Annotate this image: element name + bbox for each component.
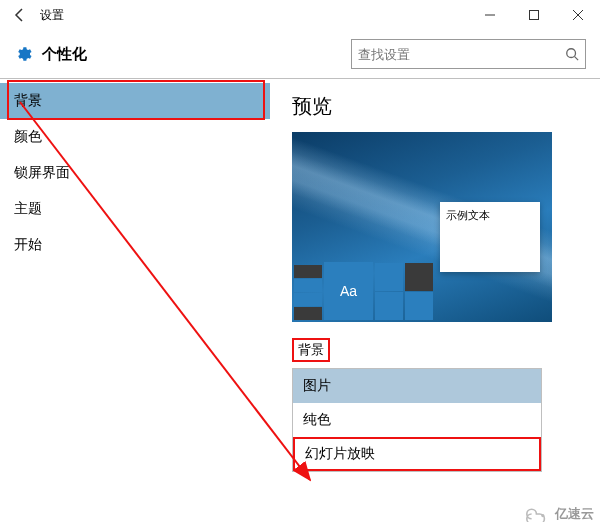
page-title: 个性化 [42, 45, 87, 64]
window-title: 设置 [40, 7, 64, 24]
watermark: 亿速云 [525, 505, 594, 523]
svg-point-4 [567, 49, 576, 58]
sidebar-item-label: 主题 [14, 200, 42, 218]
window-controls [468, 0, 600, 30]
svg-line-5 [575, 57, 579, 61]
dropdown-option-solid[interactable]: 纯色 [293, 403, 541, 437]
background-field-label: 背景 [292, 322, 588, 362]
main-panel: 预览 示例文本 Aa 背景 图片 纯色 幻灯片放映 [270, 79, 600, 529]
search-box[interactable] [351, 39, 586, 69]
dropdown-option-label: 图片 [303, 377, 331, 395]
body: 背景 颜色 锁屏界面 主题 开始 预览 示例文本 Aa 背景 图片 纯色 幻灯片… [0, 79, 600, 529]
watermark-icon [525, 506, 551, 522]
maximize-button[interactable] [512, 0, 556, 30]
desktop-preview: 示例文本 Aa [292, 132, 552, 322]
sidebar-item-label: 锁屏界面 [14, 164, 70, 182]
sample-text: 示例文本 [446, 209, 490, 221]
sidebar-item-colors[interactable]: 颜色 [0, 119, 270, 155]
sidebar-item-background[interactable]: 背景 [0, 83, 270, 119]
dropdown-option-label: 幻灯片放映 [305, 445, 375, 463]
background-dropdown[interactable]: 图片 纯色 幻灯片放映 [292, 368, 542, 472]
sidebar-item-start[interactable]: 开始 [0, 227, 270, 263]
gear-icon [14, 45, 32, 63]
dropdown-option-slideshow[interactable]: 幻灯片放映 [293, 437, 541, 471]
sidebar-item-themes[interactable]: 主题 [0, 191, 270, 227]
search-input[interactable] [358, 47, 565, 62]
sidebar-item-label: 背景 [14, 92, 42, 110]
search-icon [565, 47, 579, 61]
titlebar: 设置 [0, 0, 600, 30]
header: 个性化 [0, 30, 600, 78]
dropdown-option-label: 纯色 [303, 411, 331, 429]
preview-heading: 预览 [292, 93, 588, 120]
dropdown-option-picture[interactable]: 图片 [293, 369, 541, 403]
minimize-button[interactable] [468, 0, 512, 30]
preview-tile-aa: Aa [324, 262, 373, 320]
preview-sample-window: 示例文本 [440, 202, 540, 272]
sidebar: 背景 颜色 锁屏界面 主题 开始 [0, 79, 270, 529]
svg-rect-1 [530, 11, 539, 20]
back-button[interactable] [8, 3, 32, 27]
sidebar-item-label: 颜色 [14, 128, 42, 146]
close-button[interactable] [556, 0, 600, 30]
watermark-text: 亿速云 [555, 505, 594, 523]
field-label-text: 背景 [292, 338, 330, 362]
sidebar-item-label: 开始 [14, 236, 42, 254]
preview-start-tiles: Aa [292, 256, 435, 322]
sidebar-item-lockscreen[interactable]: 锁屏界面 [0, 155, 270, 191]
svg-point-8 [541, 514, 544, 517]
